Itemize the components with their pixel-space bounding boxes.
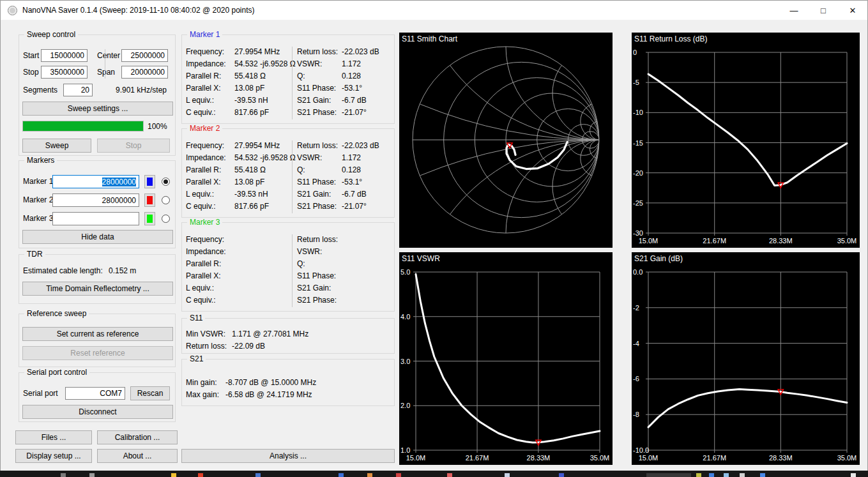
- serial-port-input[interactable]: COM7: [65, 387, 125, 400]
- marker1-info-right: Return loss:-22.023 dBVSWR:1.172Q:0.128S…: [297, 45, 393, 118]
- marker1-radio[interactable]: [162, 178, 170, 186]
- vswr-chart-panel: S11 VSWR 15.0M21.67M28.33M35.0M5.04.03.0…: [399, 252, 613, 465]
- taskbar-icon[interactable]: [646, 473, 691, 477]
- svg-text:5.0: 5.0: [400, 268, 410, 276]
- info-row: Parallel R:55.418 Ω: [186, 70, 291, 82]
- info-row: VSWR:: [297, 245, 393, 257]
- marker3-info-left: Frequency:Impedance:Parallel R:Parallel …: [186, 233, 291, 306]
- s21-summary-rows: Min gain:-8.707 dB @ 15.0000 MHzMax gain…: [186, 376, 390, 400]
- info-value: -6.7 dB: [342, 96, 367, 105]
- info-row: S21 Gain:: [297, 282, 393, 294]
- svg-text:-8: -8: [633, 411, 639, 418]
- disconnect-button[interactable]: Disconnect: [22, 405, 173, 419]
- svg-text:-25: -25: [633, 199, 643, 207]
- taskbar-icon[interactable]: [559, 473, 564, 477]
- info-row: Impedance:: [186, 245, 291, 257]
- taskbar-icon[interactable]: [760, 473, 765, 477]
- reset-reference-button[interactable]: Reset reference: [22, 346, 173, 360]
- marker1-color-button[interactable]: [144, 175, 155, 188]
- marker1-value: 28000000: [102, 178, 136, 186]
- marker3-color-button[interactable]: [144, 212, 155, 225]
- info-label: Parallel X:: [186, 84, 234, 93]
- segments-input[interactable]: 20: [63, 84, 93, 96]
- client-area: Sweep control Start 15000000 Center 2500…: [1, 20, 867, 471]
- tdr-button[interactable]: Time Domain Reflectometry ...: [22, 282, 173, 296]
- display-setup-button[interactable]: Display setup ...: [15, 449, 92, 463]
- center-input[interactable]: 25000000: [121, 49, 168, 62]
- info-label: S21 Gain:: [297, 96, 342, 105]
- svg-text:2.0: 2.0: [400, 402, 410, 409]
- info-row: Q:0.128: [297, 163, 393, 176]
- taskbar[interactable]: [0, 471, 868, 477]
- step-info: 9.901 kHz/step: [116, 86, 167, 95]
- marker3-input[interactable]: [52, 212, 139, 225]
- taskbar-icon[interactable]: [851, 473, 856, 477]
- hide-data-button[interactable]: Hide data: [22, 230, 173, 244]
- s21-gain-chart[interactable]: 15.0M21.67M28.33M35.0M0.0-2-4-6-8-10.0: [632, 252, 860, 465]
- taskbar-icon[interactable]: [367, 473, 372, 477]
- maximize-icon[interactable]: □: [809, 1, 838, 20]
- stop-input[interactable]: 35000000: [41, 66, 88, 79]
- svg-text:-30: -30: [633, 229, 643, 237]
- taskbar-icon[interactable]: [740, 473, 745, 477]
- return-loss-chart[interactable]: 15.0M21.67M28.33M35.0M0-5-10-15-20-25-30: [632, 33, 860, 248]
- info-row: S21 Phase:-21.07°: [297, 200, 393, 212]
- marker3-radio[interactable]: [162, 215, 170, 223]
- marker2-input[interactable]: 28000000: [52, 193, 139, 207]
- marker1-input[interactable]: 28000000: [52, 175, 139, 188]
- window-controls: — □ ✕: [779, 1, 867, 20]
- tdr-group: TDR Estimated cable length: 0.152 m Time…: [19, 254, 176, 304]
- about-button[interactable]: About ...: [97, 449, 178, 463]
- info-value: 27.9954 MHz: [234, 141, 280, 150]
- info-row: S21 Gain:-6.7 dB: [297, 94, 393, 106]
- info-value: 1.172: [342, 153, 361, 162]
- info-label: Return loss:: [297, 141, 342, 150]
- info-label: Return loss:: [186, 342, 232, 351]
- span-input[interactable]: 20000000: [121, 66, 168, 79]
- vswr-chart[interactable]: 15.0M21.67M28.33M35.0M5.04.03.02.01.0: [399, 252, 613, 465]
- info-label: L equiv.:: [186, 284, 234, 292]
- stop-button[interactable]: Stop: [97, 139, 170, 153]
- info-label: S11 Phase:: [297, 178, 342, 186]
- taskbar-icon[interactable]: [89, 473, 95, 477]
- taskbar-icon[interactable]: [396, 473, 401, 477]
- info-row: Return loss:-22.023 dB: [297, 139, 393, 151]
- chart-title: S11 Smith Chart: [402, 34, 457, 43]
- info-label: Q:: [297, 72, 342, 80]
- info-label: S21 Phase:: [297, 296, 342, 305]
- taskbar-icon[interactable]: [198, 473, 203, 477]
- taskbar-icon[interactable]: [171, 473, 176, 477]
- minimize-icon[interactable]: —: [779, 1, 809, 20]
- serial-port-value: COM7: [100, 389, 122, 398]
- info-label: Frequency:: [186, 141, 234, 150]
- center-value: 25000000: [131, 51, 165, 60]
- rescan-button[interactable]: Rescan: [130, 386, 170, 400]
- marker2-radio[interactable]: [162, 196, 170, 204]
- set-reference-button[interactable]: Set current as reference: [22, 327, 173, 341]
- start-input[interactable]: 15000000: [41, 49, 88, 62]
- taskbar-icon[interactable]: [61, 473, 66, 477]
- segments-label: Segments: [23, 86, 57, 95]
- taskbar-icon[interactable]: [696, 473, 701, 477]
- info-row: Frequency:27.9954 MHz: [186, 139, 291, 151]
- marker2-color-button[interactable]: [144, 193, 155, 207]
- info-label: Return loss:: [297, 47, 342, 56]
- taskbar-icon[interactable]: [709, 473, 714, 477]
- calibration-button[interactable]: Calibration ...: [97, 430, 178, 444]
- taskbar-icon[interactable]: [339, 473, 344, 477]
- info-value: -22.09 dB: [232, 342, 265, 351]
- files-button[interactable]: Files ...: [15, 430, 92, 444]
- taskbar-icon[interactable]: [255, 473, 261, 477]
- sweep-button[interactable]: Sweep: [22, 139, 91, 153]
- close-icon[interactable]: ✕: [838, 1, 867, 20]
- taskbar-icon[interactable]: [724, 473, 729, 477]
- info-row: L equiv.:-39.53 nH: [186, 188, 291, 200]
- taskbar-icon[interactable]: [447, 473, 452, 477]
- titlebar: NanoVNA Saver 0.1.4 (Sweep: 2019-11-10 0…: [1, 1, 867, 20]
- svg-text:35.0M: 35.0M: [837, 454, 857, 462]
- analysis-button[interactable]: Analysis ...: [181, 449, 395, 463]
- sweep-settings-button[interactable]: Sweep settings ...: [22, 102, 173, 116]
- smith-chart[interactable]: [399, 33, 613, 248]
- taskbar-icon[interactable]: [505, 473, 510, 477]
- info-value: -22.023 dB: [342, 141, 379, 150]
